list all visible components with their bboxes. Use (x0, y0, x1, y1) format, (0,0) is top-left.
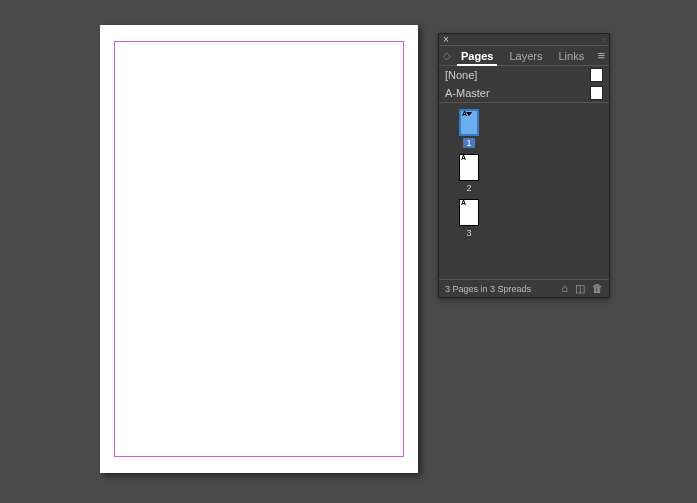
panel-footer: 3 Pages in 3 Spreads ⌂ ◫ 🗑 (439, 279, 609, 297)
page-item-1[interactable]: A 1 (455, 109, 483, 148)
new-page-icon[interactable]: ◫ (575, 283, 585, 294)
masters-section: [None] A-Master (439, 66, 609, 103)
page-thumb-icon: A (459, 199, 479, 226)
tab-links[interactable]: Links (550, 47, 592, 65)
tab-layers[interactable]: Layers (501, 47, 550, 65)
document-page-canvas[interactable] (100, 25, 418, 473)
master-indicator: A (461, 154, 466, 161)
flyout-menu-icon[interactable]: ≡ (597, 48, 605, 63)
pages-list: A 1 A 2 A 3 (439, 103, 609, 279)
panel-tabs: ◇ Pages Layers Links ≡ (439, 46, 609, 66)
master-thumb-icon (590, 68, 603, 82)
master-label: [None] (445, 69, 477, 81)
tab-pages[interactable]: Pages (453, 47, 501, 65)
footer-status-text: 3 Pages in 3 Spreads (445, 284, 531, 294)
page-item-3[interactable]: A 3 (455, 199, 483, 238)
page-item-2[interactable]: A 2 (455, 154, 483, 193)
page-size-icon[interactable]: ⌂ (561, 283, 568, 294)
page-thumb-icon: A (459, 109, 479, 136)
master-indicator: A (461, 199, 466, 206)
panel-titlebar: × :: (439, 34, 609, 46)
master-a[interactable]: A-Master (439, 84, 609, 102)
master-thumb-icon (590, 86, 603, 100)
master-none[interactable]: [None] (439, 66, 609, 84)
master-label: A-Master (445, 87, 490, 99)
tab-scroll-icon[interactable]: ◇ (443, 50, 451, 61)
pages-panel: × :: ◇ Pages Layers Links ≡ [None] A-Mas… (438, 33, 610, 298)
margin-guide (114, 41, 404, 457)
page-number-label: 1 (463, 138, 474, 148)
drag-grip-icon[interactable]: :: (603, 35, 605, 44)
section-start-icon (466, 112, 472, 116)
page-number-label: 3 (463, 228, 474, 238)
close-icon[interactable]: × (443, 35, 449, 45)
page-thumb-icon: A (459, 154, 479, 181)
trash-icon[interactable]: 🗑 (592, 283, 603, 294)
page-number-label: 2 (463, 183, 474, 193)
